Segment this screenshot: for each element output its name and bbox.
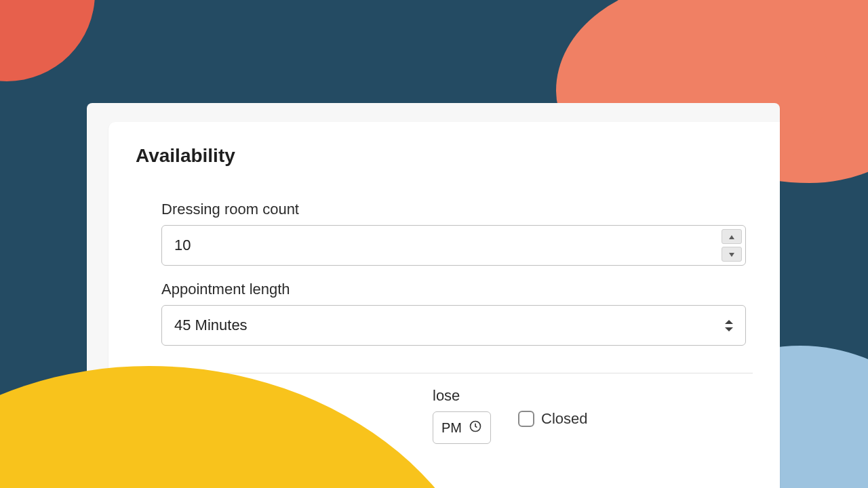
background: Availability Dressing room count <box>0 0 868 488</box>
appointment-length-label: Appointment length <box>161 281 746 298</box>
closed-toggle: Closed <box>518 410 587 428</box>
caret-down-icon <box>728 248 735 260</box>
number-stepper <box>722 229 742 262</box>
closed-checkbox[interactable] <box>518 411 534 427</box>
stepper-up-button[interactable] <box>722 229 742 244</box>
close-column: lose PM <box>433 387 491 444</box>
clock-icon <box>469 420 482 436</box>
caret-up-icon <box>728 230 735 243</box>
appointment-length-select[interactable]: 45 Minutes <box>161 305 746 346</box>
stepper-down-button[interactable] <box>722 247 742 262</box>
appointment-length-select-wrap: 45 Minutes <box>161 305 746 346</box>
dressing-room-count-label: Dressing room count <box>161 201 746 218</box>
appointment-length-value: 45 Minutes <box>174 317 248 334</box>
close-time-value: PM <box>441 420 462 436</box>
card-title: Availability <box>136 145 753 167</box>
close-time-input[interactable]: PM <box>433 411 491 444</box>
dressing-room-count-input-wrap <box>161 225 746 266</box>
close-label: lose <box>433 387 491 405</box>
dressing-room-count-input[interactable] <box>161 225 746 266</box>
form-fields: Dressing room count <box>136 201 753 346</box>
decorative-blob-red <box>0 0 95 81</box>
closed-label: Closed <box>541 410 587 428</box>
select-caret-icon <box>724 319 734 332</box>
